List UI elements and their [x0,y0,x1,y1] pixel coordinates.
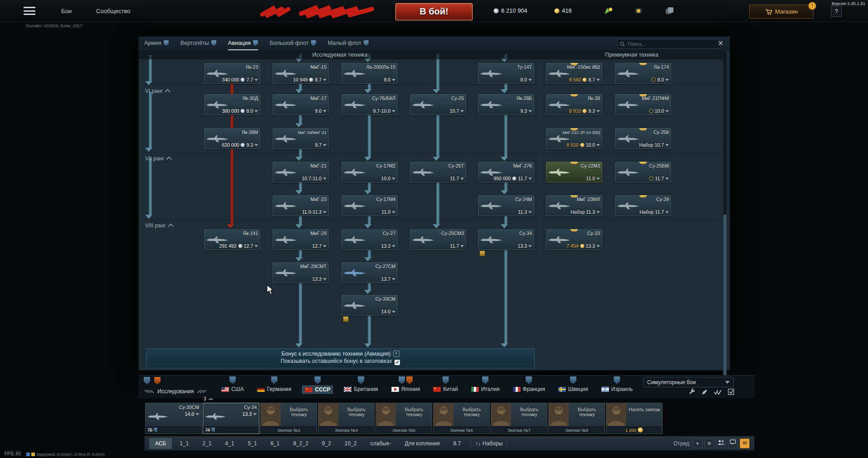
vehicle-cell[interactable]: Як-388 9109.3 [546,94,602,115]
nation-tab-sweden[interactable]: Швеция [556,376,590,394]
mail-icon[interactable]: ✉ [740,439,750,448]
vehicle-cell[interactable]: Як-38М620 0009.3 [204,128,260,149]
to-battle-button[interactable]: В бой! [395,3,473,20]
vehicle-cell[interactable]: МиГ-27К950 00011.7 [478,162,534,183]
vehicle-cell[interactable]: МиГ-2311.0-11.3 [273,195,329,216]
nav-battles[interactable]: Бои [61,8,72,14]
vehicle-cell[interactable]: Як-23340 0007.7 [204,63,260,84]
double-check-icon[interactable] [714,389,722,395]
crew-slot-9[interactable]: Нанять экипаж1 200 [606,403,663,434]
vehicle-cell[interactable]: Су-25КНабор10.7 [615,128,671,149]
silver-lions-counter[interactable]: 6 210 904 [493,7,527,14]
crew-slot-2[interactable]: Су-3413.3274 [203,403,259,434]
chat-icon[interactable] [728,439,738,448]
search-input[interactable] [617,39,721,49]
vehicle-cell[interactable]: Су-337 45413.3 [546,229,602,250]
vehicle-cell[interactable]: Су-24М11.3 [478,195,534,216]
vehicle-cell[interactable]: МиГ-23МЛНабор11.3 [546,195,602,216]
vehicle-cell[interactable]: Як-30Д380 0008.0 [204,94,260,115]
nation-tab-israel[interactable]: Израиль [599,376,635,394]
crew-slot-3[interactable]: Выбрать техникуЭкипаж №3 [260,403,317,434]
vehicle-cell[interactable]: МиГ-2912.7 [273,229,329,250]
wrench-icon[interactable] [688,389,695,395]
help-button[interactable]: ? [831,6,842,17]
sets-button[interactable]: Наборы [483,440,502,447]
nav-community[interactable]: Сообщество [96,8,131,14]
preset-9_2[interactable]: 9_2 [316,438,337,449]
crew-slot-5[interactable]: Выбрать техникуЭкипаж №5 [375,403,432,434]
bonus-help-icon[interactable]: ? [393,351,400,357]
preset-Для копления[interactable]: Для копления [399,438,445,449]
vehicle-cell[interactable]: Су-3413.3 [478,229,534,250]
items-icon[interactable] [665,6,675,17]
list-icon[interactable]: ≡ [704,439,714,448]
vehicle-cell[interactable]: Ту-14Т8.0 [478,63,534,84]
vehicle-cell[interactable]: Су-7Б/БКЛ9.7-10.0 [341,94,398,115]
vehicle-cell[interactable]: Су-25Т11.7 [410,162,466,183]
vehicle-cell[interactable]: Су-30СМ14.0 [341,295,398,316]
vehicle-cell[interactable]: Су-2510.7 [410,94,466,115]
tab-aviation[interactable]: Авиация [228,37,258,50]
nation-tab-ussr[interactable]: СССР [302,376,333,394]
vehicle-cell[interactable]: Як-28Б9.3 [478,94,534,115]
preset-4_1[interactable]: 4_1 [219,438,240,449]
search-field[interactable] [627,41,718,47]
wager-icon[interactable] [634,6,643,17]
rank-label[interactable]: VIII ранг [145,222,173,229]
rank-label[interactable]: VII ранг [145,155,171,162]
crew-slot-8[interactable]: Выбрать техникуЭкипаж №8 [548,403,605,434]
vehicle-cell[interactable]: МиГ-21ПФМ10.0 [615,94,671,115]
tab-helicopters[interactable]: Вертолёты [180,37,216,50]
crew-slot-6[interactable]: Выбрать техникуЭкипаж №6 [433,403,490,434]
preset-5_1[interactable]: 5_1 [242,438,263,449]
preset-2_1[interactable]: 2_1 [196,438,217,449]
tab-army[interactable]: Армия [144,37,169,50]
crew-slot-1[interactable]: Су-30СМ14.0175 [145,403,202,434]
rank-label[interactable]: VI ранг [145,88,170,94]
vehicle-cell[interactable]: Су-17М411.0 [341,195,398,216]
preset-АСБ[interactable]: АСБ [149,438,172,449]
vehicle-cell[interactable]: МиГ-15бис ИШ8 5608.7 [546,63,602,84]
preset-6_1[interactable]: 6_1 [264,438,285,449]
vehicle-cell[interactable]: Су-22М311.0 [546,162,602,183]
vehicle-cell[interactable]: Су-25БМ11.7 [615,162,671,183]
vehicle-cell[interactable]: МиГ-21С (Р-13-300)8 91010.0 [546,128,602,149]
vehicle-cell[interactable]: Ла-200/Ла-158.0 [341,63,398,84]
shop-button[interactable]: Магазин ! [749,5,814,19]
nation-tab-britain[interactable]: Британия [341,376,380,394]
bonus-checkbox[interactable]: ✓ [395,360,400,365]
vehicle-cell[interactable]: Су-2713.3 [341,229,398,250]
vehicle-cell[interactable]: Як-141291 49212.7 [204,229,260,250]
sort-icon[interactable]: ↑↓ [475,440,481,447]
pencil-icon[interactable] [701,389,708,395]
vehicle-cell[interactable]: Су-25СМ311.7 [410,229,466,250]
nation-tab-china[interactable]: Китай [431,376,460,394]
preset-слабые-[interactable]: слабые- [365,438,397,449]
nation-tab-japan[interactable]: Япония [389,376,423,394]
vehicle-cell[interactable]: Су-39Набор11.7 [615,195,671,216]
squad-members-icon[interactable] [716,439,726,448]
scrollbar-thumb[interactable] [723,214,727,381]
tree-scrollbar[interactable] [723,51,727,367]
close-icon[interactable]: ✕ [716,39,725,48]
preset-8.7[interactable]: 8.7 [447,438,467,449]
vehicle-cell[interactable]: МиГ-19/МиГ-219.7 [273,128,329,149]
vehicle-cell[interactable]: Су-17М210.0 [341,162,398,183]
nation-tab-france[interactable]: Франция [511,376,547,394]
menu-icon[interactable] [24,7,35,15]
preset-10_2[interactable]: 10_2 [339,438,363,449]
research-tab[interactable]: Исследования [144,388,207,395]
checkbox-icon[interactable] [728,389,735,395]
crew-slot-7[interactable]: Выбрать техникуЭкипаж №7 [491,403,547,434]
golden-eagles-counter[interactable]: 416 [554,7,572,14]
tab-smallfleet[interactable]: Малый флот [328,37,369,50]
tab-bigfleet[interactable]: Большой флот [270,37,316,50]
nation-tab-usa[interactable]: США [219,376,246,394]
game-mode-dropdown[interactable]: Симуляторные бои [643,377,734,387]
booster-icon[interactable] [603,6,613,17]
preset-1_1[interactable]: 1_1 [174,438,195,449]
vehicle-cell[interactable]: МиГ-1510 9498.7 [273,63,329,84]
vehicle-cell[interactable]: Су-27СМ13.7 [341,262,398,283]
preset-8_2_2[interactable]: 8_2_2 [287,438,314,449]
vehicle-cell[interactable]: МиГ-29СМТ13.3 [273,262,329,283]
